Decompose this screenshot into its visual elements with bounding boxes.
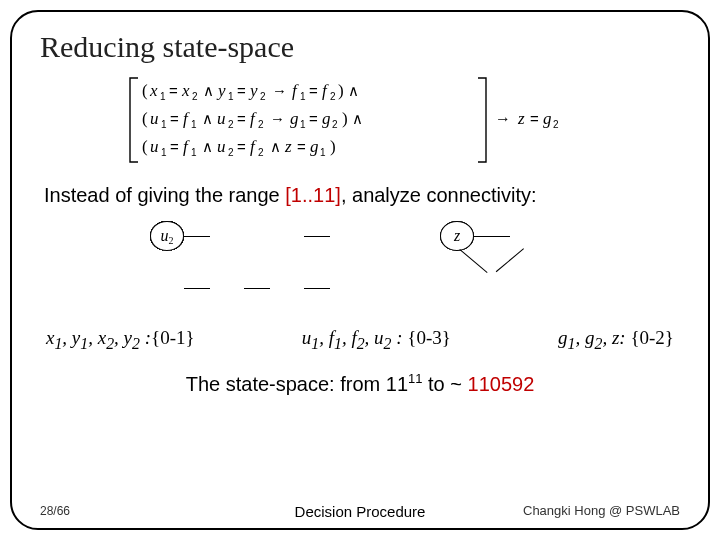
svg-text:f: f [322,81,329,100]
svg-text:2: 2 [228,119,234,130]
svg-text:g: g [322,109,331,128]
svg-text:y: y [216,81,226,100]
svg-text:g: g [543,109,552,128]
svg-text:→: → [270,110,285,127]
graph-2: g1 g2 z [440,221,570,317]
edge [184,236,210,237]
svg-text:=: = [530,110,539,127]
edge [184,288,210,289]
edge [304,288,330,289]
edge [474,236,510,237]
svg-text:→: → [272,82,287,99]
ranges-row: x1, y1, x2, y2 :{0-1} u1, f1, f2, u2 : {… [46,327,674,353]
svg-text:1: 1 [191,147,197,158]
svg-text:u: u [150,109,159,128]
range-group-1: x1, y1, x2, y2 :{0-1} [46,327,195,353]
svg-text:g: g [310,137,319,156]
svg-text:=: = [237,110,246,127]
svg-text:=: = [309,82,318,99]
svg-text:f: f [250,109,257,128]
svg-text:u: u [217,109,226,128]
svg-text:1: 1 [228,91,234,102]
svg-text:f: f [183,137,190,156]
footer-credit: Changki Hong @ PSWLAB [523,503,680,518]
edge [244,288,270,289]
svg-text:g: g [290,109,299,128]
statespace-value: 110592 [468,372,535,394]
node-u2: u2 [150,221,184,251]
footer: 28/66 Decision Procedure Changki Hong @ … [40,503,680,518]
svg-text:∧: ∧ [270,138,281,155]
svg-text:=: = [170,138,179,155]
svg-text:2: 2 [260,91,266,102]
intro-text: Instead of giving the range [1..11], ana… [44,184,680,207]
svg-text:→: → [495,110,511,127]
intro-prefix: Instead of giving the range [44,184,285,206]
svg-text:∧: ∧ [202,110,213,127]
svg-text:(: ( [142,137,148,156]
svg-text:2: 2 [553,119,559,130]
slide-title: Reducing state-space [40,30,680,64]
statespace-line: The state-space: from 1111 to ~ 110592 [40,371,680,396]
svg-text:x: x [181,81,190,100]
svg-text:=: = [170,110,179,127]
intro-suffix: , analyze connectivity: [341,184,537,206]
svg-text:2: 2 [258,119,264,130]
graph-1: x1 x2 y1 y2 u1 f1 f2 u2 [150,221,380,317]
svg-text:(: ( [142,109,148,128]
svg-text:u: u [150,137,159,156]
svg-text:=: = [309,110,318,127]
svg-text:2: 2 [330,91,336,102]
range-group-2: u1, f1, f2, u2 : {0-3} [302,327,451,353]
svg-text:u: u [217,137,226,156]
node-z: z [440,221,474,251]
svg-text:1: 1 [300,119,306,130]
svg-text:f: f [292,81,299,100]
svg-text:): ) [330,137,336,156]
svg-text:=: = [237,82,246,99]
svg-text:z: z [517,109,525,128]
svg-text:): ) [338,81,344,100]
svg-text:1: 1 [161,147,167,158]
formula-svg: ( x1 = x2 ∧ y1 = y2 → f1 = f2 ) ∧ ( u1 =… [120,72,580,168]
svg-text:1: 1 [320,147,326,158]
intro-range: [1..11] [285,184,341,206]
edge [304,236,330,237]
svg-text:): ) [342,109,348,128]
svg-text:z: z [284,137,292,156]
svg-text:1: 1 [191,119,197,130]
edge [459,249,487,273]
svg-text:∧: ∧ [352,110,363,127]
svg-text:(: ( [142,81,148,100]
svg-text:=: = [169,82,178,99]
svg-text:y: y [248,81,258,100]
svg-text:2: 2 [258,147,264,158]
svg-text:2: 2 [228,147,234,158]
svg-text:=: = [297,138,306,155]
svg-text:f: f [250,137,257,156]
svg-text:2: 2 [332,119,338,130]
slide-frame: Reducing state-space ( x1 = x2 ∧ y1 = y2… [10,10,710,530]
graphs-row: x1 x2 y1 y2 u1 f1 f2 u2 g1 g2 z [40,221,680,317]
svg-text:∧: ∧ [348,82,359,99]
svg-text:∧: ∧ [202,138,213,155]
svg-text:=: = [237,138,246,155]
svg-text:x: x [149,81,158,100]
range-group-3: g1, g2, z: {0-2} [558,327,674,353]
svg-text:1: 1 [160,91,166,102]
svg-text:∧: ∧ [203,82,214,99]
svg-text:1: 1 [161,119,167,130]
svg-text:2: 2 [192,91,198,102]
svg-text:1: 1 [300,91,306,102]
svg-text:f: f [183,109,190,128]
formula-block: ( x1 = x2 ∧ y1 = y2 → f1 = f2 ) ∧ ( u1 =… [120,72,680,172]
edge [496,248,524,272]
